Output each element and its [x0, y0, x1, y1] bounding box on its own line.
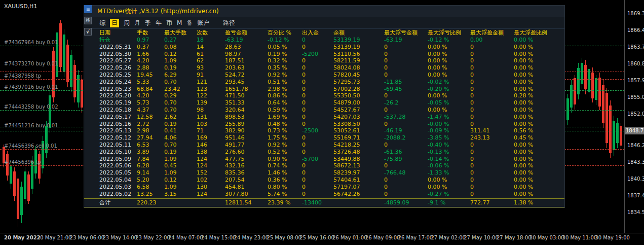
- candle-body: [595, 78, 597, 100]
- panel-collapse-button[interactable]: ≡: [84, 5, 92, 13]
- column-header: 最大浮亏比例: [428, 29, 470, 37]
- column-header: 日期: [99, 29, 137, 37]
- cell: 0.00 %: [514, 79, 559, 86]
- time-axis-label: 25 May 16:00: [299, 235, 334, 240]
- menu-tab-10[interactable]: 账户: [197, 19, 209, 27]
- candle-body: [581, 63, 583, 84]
- time-axis-label: 30 May 19:00: [595, 235, 630, 240]
- column-header: 出入金: [302, 29, 333, 37]
- check-toggle-button[interactable]: √: [84, 28, 92, 36]
- cell: 0: [302, 142, 333, 149]
- cell: 0.41: [164, 127, 197, 134]
- cell: 19.45: [137, 72, 164, 79]
- cell: 3077.80: [225, 191, 268, 198]
- menu-tab-8[interactable]: M: [177, 19, 182, 26]
- cell: 0.00 %: [514, 191, 559, 198]
- candle-body: [613, 121, 615, 150]
- menu-tab-5[interactable]: 季: [145, 19, 151, 27]
- cell: 0.56 %: [514, 127, 559, 134]
- cell: 138: [197, 149, 225, 156]
- column-header: 最大手数: [164, 29, 197, 37]
- cell: 2022.05.24: [99, 79, 137, 86]
- table-row: 2022.05.274.201.0962187.510.32 %058211.5…: [84, 57, 564, 64]
- cell: 0: [302, 64, 333, 72]
- panel-title-bar[interactable]: MTDriver统计 ,V3.12 (http://mtdriver.cn): [84, 6, 564, 17]
- cell: 0: [470, 57, 514, 64]
- cell: 835.36: [225, 169, 268, 177]
- cell: 5.73: [137, 99, 164, 107]
- cell: 61: [197, 51, 225, 58]
- cell: -0.09 %: [428, 127, 470, 134]
- menu-tab-4[interactable]: 月: [134, 19, 140, 27]
- menu-tab-2[interactable]: 日: [110, 19, 119, 27]
- order-ticket-label[interactable]: #74456396 sell 0.01: [4, 143, 57, 149]
- cell: -766.48: [384, 169, 428, 177]
- cell: 311.41: [470, 127, 514, 134]
- cell: 0.00 %: [514, 99, 559, 107]
- cell: 0: [470, 51, 514, 58]
- cell: -61.36: [384, 149, 428, 156]
- cell: 0.48 %: [268, 121, 302, 128]
- cell: 53308.50: [333, 121, 384, 128]
- cell: 0: [302, 72, 333, 79]
- cell: 121: [197, 79, 225, 86]
- cell: 0.90 %: [268, 156, 302, 163]
- order-ticket-label[interactable]: #74456396 tp: [4, 159, 41, 165]
- cell: 0: [302, 149, 333, 156]
- cell: 0.00 %: [514, 51, 559, 58]
- cell: 131: [197, 114, 225, 121]
- column-header: 盈亏金额: [225, 29, 268, 37]
- order-ticket-label[interactable]: #74373270 buy 0.01: [4, 61, 58, 66]
- cell: 2.88: [137, 64, 164, 72]
- cell: 0.70: [164, 142, 197, 149]
- table-row: 2022.05.1227.944.06169951.461.75 %055169…: [84, 134, 564, 142]
- cell: 58239.97: [333, 169, 384, 177]
- cell: 1.09: [164, 156, 197, 163]
- cell: 0: [470, 72, 514, 79]
- candle-body: [605, 93, 608, 143]
- move-button[interactable]: 移: [84, 17, 92, 24]
- menu-item-path[interactable]: 路径: [223, 19, 235, 27]
- cell: 53449.88: [333, 156, 384, 163]
- order-ticket-label[interactable]: #74451216 buy 0.01: [4, 123, 58, 128]
- cell: -0.05 %: [428, 99, 470, 107]
- order-ticket-label[interactable]: #74397016 buy 0.01: [4, 84, 58, 90]
- column-header: 余额: [333, 29, 384, 37]
- cell: 243.13: [470, 134, 514, 142]
- cell: 2022.05.19: [99, 99, 137, 107]
- candle-body: [24, 171, 26, 199]
- menu-tab-1[interactable]: 综: [99, 19, 105, 27]
- cell: 0.32 %: [268, 57, 302, 64]
- cell: 1651.78: [225, 86, 268, 93]
- order-ticket-label[interactable]: #74367964 buy 0.01: [4, 40, 58, 45]
- cell: 146: [197, 142, 225, 149]
- menu-tab-3[interactable]: 周: [124, 19, 130, 27]
- cell: -26.2: [384, 99, 428, 107]
- table-row: 2022.05.245.330.70121293.450.51 %057295.…: [84, 79, 564, 86]
- time-axis-label: 24 May 15:00: [201, 235, 236, 240]
- menu-tab-7[interactable]: 币: [166, 19, 172, 27]
- menu-tab-9[interactable]: 备: [186, 19, 193, 27]
- candle-body: [620, 126, 622, 146]
- cell: 57002.28: [333, 86, 384, 93]
- cell: 0: [302, 37, 333, 44]
- cell: 2022.05.03: [99, 184, 137, 191]
- cell: 130: [197, 184, 225, 191]
- cell: 23.39 %: [268, 199, 302, 207]
- cell: 0: [384, 184, 428, 191]
- cell: -75.89: [384, 156, 428, 163]
- cell: 58672.13: [333, 162, 384, 169]
- candle-body: [570, 85, 573, 108]
- cell: -2088.2: [384, 134, 428, 142]
- cell: 54207.03: [333, 114, 384, 121]
- cell: -5200: [302, 51, 333, 58]
- cell: 0: [384, 107, 428, 114]
- cell: 0: [384, 121, 428, 128]
- cell: -0.12 %: [268, 37, 302, 44]
- order-ticket-label[interactable]: #74387958 tp: [4, 73, 41, 79]
- menu-tab-6[interactable]: 年: [156, 19, 162, 27]
- order-ticket-label[interactable]: #74443258 buy 0.02: [4, 104, 58, 110]
- cell: 124: [197, 162, 225, 169]
- cell: 0.35 %: [268, 64, 302, 72]
- cell: 0.00 %: [428, 184, 470, 191]
